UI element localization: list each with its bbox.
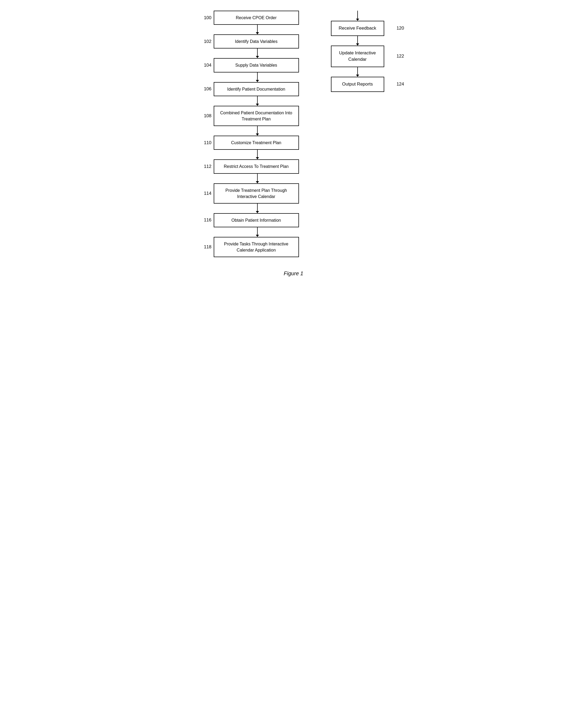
node-supply-data-variables: Supply Data Variables xyxy=(214,58,299,72)
node-customize-treatment-plan: Customize Treatment Plan xyxy=(214,136,299,150)
step-wrapper-118: 118 Provide Tasks Through Interactive Ca… xyxy=(198,237,299,257)
vline xyxy=(357,36,358,43)
node-output-reports: Output Reports xyxy=(331,77,384,92)
node-identify-patient-documentation: Identify Patient Documentation xyxy=(214,82,299,96)
step-number-108: 108 xyxy=(198,113,214,119)
vline xyxy=(257,25,258,32)
arrow-1-2 xyxy=(198,48,299,58)
step-number-122: 122 xyxy=(397,53,404,59)
vline xyxy=(257,48,258,56)
vline-top xyxy=(357,11,358,19)
node-provide-treatment-plan-calendar: Provide Treatment Plan Through Interacti… xyxy=(214,183,299,204)
vline xyxy=(257,150,258,157)
node-receive-feedback: Receive Feedback xyxy=(331,21,384,36)
arrowhead-top xyxy=(356,19,359,21)
step-number-102: 102 xyxy=(198,39,214,44)
arrow-5-6 xyxy=(198,150,299,159)
node-combined-patient-documentation: Combined Patient Documentation Into Trea… xyxy=(214,106,299,126)
step-wrapper-116: 116 Obtain Patient Information xyxy=(198,213,299,227)
right-flow: Receive Feedback 120 Update Interactive … xyxy=(326,11,390,92)
step-wrapper-102: 102 Identify Data Variables xyxy=(198,34,299,48)
left-flow: 100 Receive CPOE Order 102 Identify Data… xyxy=(198,11,299,257)
arrowhead xyxy=(256,235,259,237)
arrow-r1-r2 xyxy=(326,67,390,77)
arrowhead xyxy=(356,75,359,77)
node-update-interactive-calendar: Update Interactive Calendar xyxy=(331,46,384,67)
arrowhead xyxy=(256,32,259,34)
step-number-116: 116 xyxy=(198,217,214,223)
node-obtain-patient-information: Obtain Patient Information xyxy=(214,213,299,227)
step-wrapper-124: Output Reports 124 xyxy=(326,77,390,92)
step-wrapper-122: Update Interactive Calendar 122 xyxy=(326,46,390,67)
step-number-124: 124 xyxy=(397,81,404,87)
step-wrapper-108: 108 Combined Patient Documentation Into … xyxy=(198,106,299,126)
arrowhead xyxy=(256,56,259,58)
arrow-3-4 xyxy=(198,96,299,106)
arrow-2-3 xyxy=(198,72,299,82)
arrow-r0-r1 xyxy=(326,36,390,46)
arrow-4-5 xyxy=(198,126,299,136)
arrow-6-7 xyxy=(198,174,299,183)
step-number-112: 112 xyxy=(198,164,214,169)
arrowhead xyxy=(256,181,259,183)
arrow-8-9 xyxy=(198,227,299,237)
diagram: 100 Receive CPOE Order 102 Identify Data… xyxy=(198,11,390,257)
step-number-100: 100 xyxy=(198,15,214,21)
arrowhead xyxy=(256,104,259,106)
step-number-110: 110 xyxy=(198,140,214,145)
step-number-114: 114 xyxy=(198,191,214,196)
step-wrapper-120: Receive Feedback 120 xyxy=(326,21,390,36)
step-number-120: 120 xyxy=(397,26,404,31)
step-wrapper-114: 114 Provide Treatment Plan Through Inter… xyxy=(198,183,299,204)
step-number-106: 106 xyxy=(198,86,214,92)
arrow-0-1 xyxy=(198,25,299,34)
step-wrapper-106: 106 Identify Patient Documentation xyxy=(198,82,299,96)
vline xyxy=(257,204,258,211)
vline xyxy=(257,174,258,181)
step-wrapper-110: 110 Customize Treatment Plan xyxy=(198,136,299,150)
arrowhead xyxy=(256,157,259,159)
arrowhead xyxy=(256,80,259,82)
node-restrict-access: Restrict Access To Treatment Plan xyxy=(214,159,299,173)
top-entry-arrow xyxy=(326,11,390,21)
step-number-104: 104 xyxy=(198,63,214,68)
arrowhead xyxy=(356,43,359,46)
node-receive-cpoe-order: Receive CPOE Order xyxy=(214,11,299,25)
arrowhead xyxy=(256,211,259,213)
step-wrapper-104: 104 Supply Data Variables xyxy=(198,58,299,72)
node-provide-tasks-calendar-app: Provide Tasks Through Interactive Calend… xyxy=(214,237,299,257)
vline xyxy=(257,72,258,80)
arrowhead xyxy=(256,134,259,136)
node-identify-data-variables: Identify Data Variables xyxy=(214,34,299,48)
figure-caption: Figure 1 xyxy=(284,271,303,277)
vline xyxy=(257,126,258,134)
step-wrapper-112: 112 Restrict Access To Treatment Plan xyxy=(198,159,299,173)
step-wrapper-100: 100 Receive CPOE Order xyxy=(198,11,299,25)
vline xyxy=(257,96,258,104)
step-number-118: 118 xyxy=(198,244,214,250)
vline xyxy=(357,67,358,75)
vline xyxy=(257,227,258,235)
arrow-7-8 xyxy=(198,204,299,213)
